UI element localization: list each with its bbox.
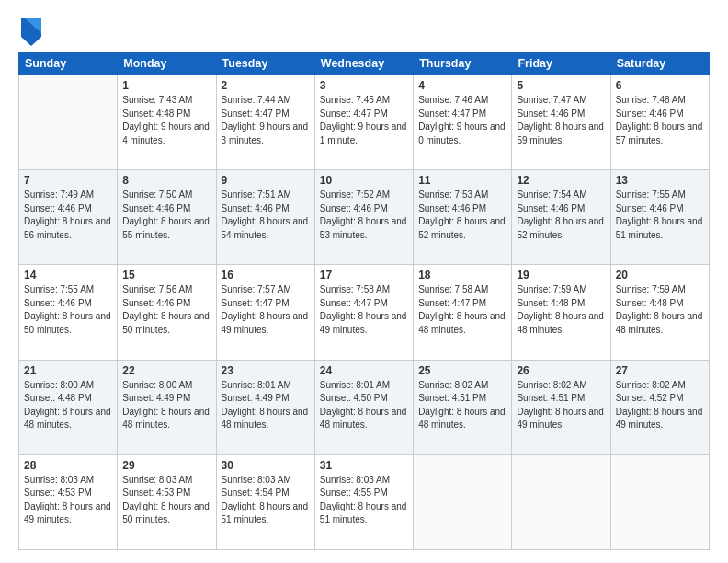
day-info: Sunrise: 8:01 AMSunset: 4:49 PMDaylight:… [222,379,310,432]
calendar-cell [19,75,118,170]
calendar-cell [414,454,512,549]
calendar-cell: 19Sunrise: 7:59 AMSunset: 4:48 PMDayligh… [512,265,610,360]
day-number: 4 [418,79,506,92]
calendar-table: SundayMondayTuesdayWednesdayThursdayFrid… [18,52,710,550]
day-number: 20 [616,269,704,282]
calendar-cell: 16Sunrise: 7:57 AMSunset: 4:47 PMDayligh… [216,265,314,360]
calendar-cell: 28Sunrise: 8:03 AMSunset: 4:53 PMDayligh… [19,454,118,549]
day-info: Sunrise: 7:59 AMSunset: 4:48 PMDaylight:… [517,283,605,337]
day-number: 11 [418,174,506,187]
day-info: Sunrise: 7:58 AMSunset: 4:47 PMDaylight:… [418,283,506,337]
calendar-cell: 27Sunrise: 8:02 AMSunset: 4:52 PMDayligh… [610,360,709,454]
day-number: 30 [222,459,310,472]
calendar-week-row: 7Sunrise: 7:49 AMSunset: 4:46 PMDaylight… [19,170,710,265]
day-info: Sunrise: 7:50 AMSunset: 4:46 PMDaylight:… [122,189,210,242]
day-info: Sunrise: 8:00 AMSunset: 4:48 PMDaylight:… [24,379,112,432]
day-number: 7 [24,174,112,187]
day-number: 1 [122,79,210,92]
day-info: Sunrise: 8:02 AMSunset: 4:52 PMDaylight:… [616,379,704,432]
day-number: 3 [320,79,408,92]
calendar-week-row: 14Sunrise: 7:55 AMSunset: 4:46 PMDayligh… [19,265,710,360]
day-number: 27 [616,364,704,377]
calendar-cell: 17Sunrise: 7:58 AMSunset: 4:47 PMDayligh… [314,265,413,360]
calendar-cell [610,454,709,549]
day-number: 17 [320,269,408,282]
calendar-cell: 9Sunrise: 7:51 AMSunset: 4:46 PMDaylight… [216,170,314,265]
day-number: 2 [222,79,310,92]
day-info: Sunrise: 8:03 AMSunset: 4:53 PMDaylight:… [24,474,112,527]
weekday-header: Monday [118,52,216,75]
day-number: 19 [517,269,605,282]
day-number: 28 [24,459,112,472]
calendar-week-row: 28Sunrise: 8:03 AMSunset: 4:53 PMDayligh… [19,454,710,549]
day-number: 24 [320,364,408,377]
calendar-cell: 31Sunrise: 8:03 AMSunset: 4:55 PMDayligh… [314,454,413,549]
day-info: Sunrise: 7:46 AMSunset: 4:47 PMDaylight:… [418,94,506,147]
logo [18,20,41,46]
day-info: Sunrise: 7:59 AMSunset: 4:48 PMDaylight:… [616,283,704,337]
day-number: 12 [517,174,605,187]
weekday-header: Friday [512,52,610,75]
calendar-cell: 13Sunrise: 7:55 AMSunset: 4:46 PMDayligh… [610,170,709,265]
day-number: 15 [122,269,210,282]
calendar-cell: 5Sunrise: 7:47 AMSunset: 4:46 PMDaylight… [512,75,610,170]
weekday-header: Tuesday [216,52,314,75]
calendar-cell: 22Sunrise: 8:00 AMSunset: 4:49 PMDayligh… [118,360,216,454]
day-info: Sunrise: 8:03 AMSunset: 4:53 PMDaylight:… [122,474,210,527]
calendar-cell: 6Sunrise: 7:48 AMSunset: 4:46 PMDaylight… [610,75,709,170]
calendar-cell: 11Sunrise: 7:53 AMSunset: 4:46 PMDayligh… [414,170,512,265]
calendar-header-row: SundayMondayTuesdayWednesdayThursdayFrid… [19,52,710,75]
day-info: Sunrise: 7:54 AMSunset: 4:46 PMDaylight:… [517,189,605,242]
calendar-cell: 8Sunrise: 7:50 AMSunset: 4:46 PMDaylight… [118,170,216,265]
day-number: 8 [122,174,210,187]
day-number: 18 [418,269,506,282]
calendar-cell: 1Sunrise: 7:43 AMSunset: 4:48 PMDaylight… [118,75,216,170]
calendar-week-row: 21Sunrise: 8:00 AMSunset: 4:48 PMDayligh… [19,360,710,454]
day-info: Sunrise: 7:49 AMSunset: 4:46 PMDaylight:… [24,189,112,242]
day-info: Sunrise: 8:02 AMSunset: 4:51 PMDaylight:… [418,379,506,432]
page: SundayMondayTuesdayWednesdayThursdayFrid… [0,0,728,563]
header [18,17,710,46]
calendar-cell: 3Sunrise: 7:45 AMSunset: 4:47 PMDaylight… [314,75,413,170]
calendar-cell: 25Sunrise: 8:02 AMSunset: 4:51 PMDayligh… [414,360,512,454]
calendar-cell: 10Sunrise: 7:52 AMSunset: 4:46 PMDayligh… [314,170,413,265]
calendar-cell: 20Sunrise: 7:59 AMSunset: 4:48 PMDayligh… [610,265,709,360]
weekday-header: Thursday [414,52,512,75]
day-number: 31 [320,459,408,472]
day-number: 22 [122,364,210,377]
calendar-cell: 18Sunrise: 7:58 AMSunset: 4:47 PMDayligh… [414,265,512,360]
day-number: 25 [418,364,506,377]
logo-icon [21,18,41,46]
day-number: 13 [616,174,704,187]
calendar-cell: 24Sunrise: 8:01 AMSunset: 4:50 PMDayligh… [314,360,413,454]
day-info: Sunrise: 7:56 AMSunset: 4:46 PMDaylight:… [122,283,210,337]
day-info: Sunrise: 7:48 AMSunset: 4:46 PMDaylight:… [616,94,704,147]
weekday-header: Sunday [19,52,118,75]
calendar-cell: 23Sunrise: 8:01 AMSunset: 4:49 PMDayligh… [216,360,314,454]
day-number: 14 [24,269,112,282]
day-number: 23 [222,364,310,377]
day-info: Sunrise: 7:51 AMSunset: 4:46 PMDaylight:… [222,189,310,242]
calendar-cell: 4Sunrise: 7:46 AMSunset: 4:47 PMDaylight… [414,75,512,170]
day-info: Sunrise: 8:01 AMSunset: 4:50 PMDaylight:… [320,379,408,432]
day-number: 6 [616,79,704,92]
calendar-cell [512,454,610,549]
weekday-header: Saturday [610,52,709,75]
day-info: Sunrise: 7:47 AMSunset: 4:46 PMDaylight:… [517,94,605,147]
day-number: 26 [517,364,605,377]
day-info: Sunrise: 7:55 AMSunset: 4:46 PMDaylight:… [616,189,704,242]
weekday-header: Wednesday [314,52,413,75]
calendar-cell: 2Sunrise: 7:44 AMSunset: 4:47 PMDaylight… [216,75,314,170]
day-number: 29 [122,459,210,472]
day-info: Sunrise: 7:52 AMSunset: 4:46 PMDaylight:… [320,189,408,242]
day-number: 9 [222,174,310,187]
calendar-cell: 15Sunrise: 7:56 AMSunset: 4:46 PMDayligh… [118,265,216,360]
day-info: Sunrise: 7:53 AMSunset: 4:46 PMDaylight:… [418,189,506,242]
day-info: Sunrise: 8:03 AMSunset: 4:54 PMDaylight:… [222,474,310,527]
day-number: 5 [517,79,605,92]
day-number: 10 [320,174,408,187]
calendar-cell: 12Sunrise: 7:54 AMSunset: 4:46 PMDayligh… [512,170,610,265]
calendar-cell: 21Sunrise: 8:00 AMSunset: 4:48 PMDayligh… [19,360,118,454]
day-number: 16 [222,269,310,282]
day-number: 21 [24,364,112,377]
